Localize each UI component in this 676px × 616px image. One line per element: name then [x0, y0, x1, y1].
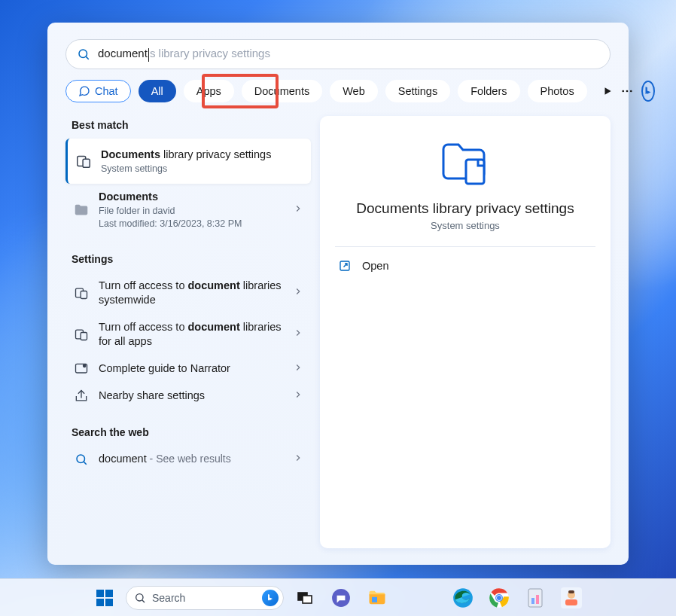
svg-rect-11: [81, 333, 87, 340]
tab-documents[interactable]: Documents: [242, 80, 322, 102]
svg-point-5: [630, 90, 632, 93]
preview-title: Documents library privacy settings: [335, 200, 595, 217]
avatar-icon: [561, 587, 582, 608]
search-typed-text: document: [98, 47, 148, 59]
svg-rect-7: [83, 159, 90, 167]
taskbar-chat[interactable]: [326, 583, 356, 613]
result-setting-libraries-allapps[interactable]: Turn off access to document libraries fo…: [65, 314, 311, 355]
chevron-right-icon: [293, 203, 303, 217]
result-best-match[interactable]: Documents library privacy settings Syste…: [65, 139, 311, 184]
edge-icon: [452, 587, 474, 608]
taskbar-user-avatar[interactable]: [556, 583, 586, 613]
chevron-right-icon: [293, 328, 303, 341]
folder-icon: [367, 587, 388, 608]
action-open[interactable]: Open: [335, 252, 595, 280]
ellipsis-icon: [620, 84, 634, 98]
svg-point-14: [77, 455, 85, 463]
result-title: Turn off access to document libraries fo…: [99, 320, 284, 349]
folder-icon: [73, 202, 90, 218]
chevron-right-icon: [293, 453, 303, 466]
windows-logo-icon: [95, 588, 114, 608]
result-title: document - See web results: [99, 452, 284, 467]
tab-photos[interactable]: Photos: [528, 80, 587, 102]
svg-point-0: [79, 50, 87, 58]
section-settings: Settings: [65, 250, 311, 273]
search-icon: [77, 47, 90, 61]
svg-line-15: [84, 462, 86, 464]
taskbar-search-placeholder: Search: [152, 592, 185, 604]
chevron-right-icon: [293, 286, 303, 300]
tab-chat[interactable]: Chat: [65, 80, 131, 102]
search-input[interactable]: documents library privacy settings: [98, 47, 599, 61]
svg-rect-33: [528, 589, 542, 607]
taskbar-chrome[interactable]: [484, 583, 514, 613]
result-title: Documents library privacy settings: [101, 148, 303, 163]
search-highlights-play-icon[interactable]: [602, 83, 613, 99]
result-title: Complete guide to Narrator: [99, 361, 284, 377]
chrome-icon: [489, 587, 510, 608]
bing-icon: [643, 86, 653, 96]
tab-web[interactable]: Web: [330, 80, 378, 102]
svg-line-1: [86, 56, 88, 59]
svg-rect-19: [105, 590, 113, 597]
narrator-icon: [73, 361, 90, 377]
bing-account-button[interactable]: [641, 81, 655, 102]
taskbar-search-box[interactable]: Search: [126, 586, 284, 610]
taskbar-taskview[interactable]: [290, 583, 320, 613]
preview-pane: Documents library privacy settings Syste…: [320, 116, 611, 548]
tab-all[interactable]: All: [139, 80, 176, 102]
section-search-web: Search the web: [65, 423, 311, 446]
svg-point-32: [497, 595, 501, 599]
chat-icon: [331, 588, 351, 608]
svg-point-4: [626, 90, 628, 93]
more-options-button[interactable]: [620, 83, 634, 99]
taskbar-edge[interactable]: [448, 583, 478, 613]
taskbar-file-explorer[interactable]: [362, 583, 392, 613]
search-icon: [134, 592, 146, 604]
search-autocomplete-hint: s library privacy settings: [150, 47, 270, 59]
taskbar-app-generic[interactable]: [520, 583, 550, 613]
result-setting-narrator-guide[interactable]: Complete guide to Narrator: [65, 355, 311, 383]
section-best-match: Best match: [65, 116, 311, 139]
svg-point-22: [136, 593, 143, 600]
svg-rect-9: [81, 291, 87, 299]
svg-rect-25: [303, 596, 312, 603]
start-button[interactable]: [90, 583, 120, 613]
text-caret: [148, 48, 149, 62]
taskbar: Search: [0, 578, 676, 616]
result-setting-nearby-share[interactable]: Nearby share settings: [65, 383, 311, 410]
search-box[interactable]: documents library privacy settings: [65, 39, 611, 69]
open-icon: [338, 259, 352, 273]
chevron-right-icon: [293, 389, 303, 403]
preview-subtitle: System settings: [335, 220, 595, 231]
library-icon: [73, 327, 90, 342]
bing-icon: [262, 590, 279, 606]
result-subtitle: System settings: [101, 163, 303, 175]
app-icon: [526, 587, 544, 608]
svg-point-3: [622, 90, 624, 93]
divider: [335, 246, 595, 247]
result-web-search[interactable]: document - See web results: [65, 446, 311, 473]
svg-rect-18: [96, 590, 104, 597]
result-subtitle: File folder in david: [99, 205, 284, 218]
share-icon: [73, 389, 90, 404]
search-icon: [73, 453, 90, 466]
result-subtitle-2: Last modified: 3/16/2023, 8:32 PM: [99, 218, 284, 230]
documents-library-icon: [439, 140, 492, 191]
result-title: Documents: [99, 190, 284, 205]
svg-rect-39: [568, 590, 574, 593]
svg-rect-21: [105, 599, 113, 606]
tab-apps[interactable]: Apps: [184, 80, 234, 102]
tab-folders[interactable]: Folders: [458, 80, 519, 102]
system-settings-icon: [75, 153, 92, 169]
tab-settings[interactable]: Settings: [385, 80, 450, 102]
result-folder-documents[interactable]: Documents File folder in david Last modi…: [65, 184, 311, 236]
library-icon: [73, 285, 90, 300]
start-search-panel: documents library privacy settings Chat …: [47, 23, 629, 565]
svg-point-13: [84, 364, 86, 367]
svg-rect-16: [466, 160, 484, 184]
result-setting-libraries-systemwide[interactable]: Turn off access to document libraries sy…: [65, 273, 311, 314]
svg-rect-27: [372, 596, 377, 602]
svg-marker-2: [604, 87, 611, 94]
chevron-right-icon: [293, 362, 303, 376]
